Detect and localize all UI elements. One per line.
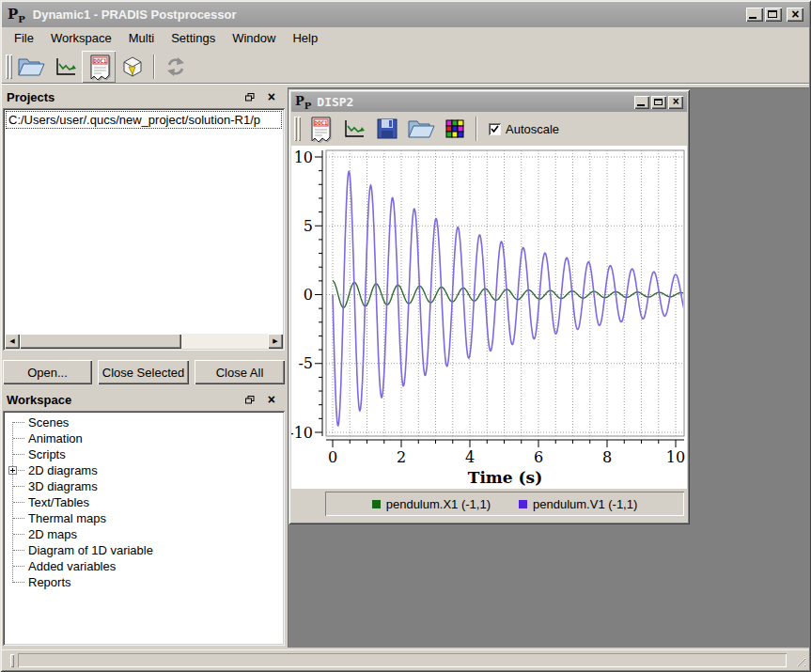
menu-item-file[interactable]: File [6,29,42,47]
minimize-icon [749,17,756,19]
menu-item-settings[interactable]: Settings [163,29,224,47]
close-icon: × [668,95,683,108]
minimize-button[interactable] [634,96,649,109]
close-button[interactable]: × [787,8,803,22]
plot-canvas[interactable] [326,150,684,436]
open-folder-icon [405,116,437,142]
tree-item-thermal-maps[interactable]: Thermal maps [5,510,283,526]
tree-item-2d-diagrams[interactable]: 2D diagrams [5,462,283,478]
close-button[interactable]: × [668,96,683,109]
y-tick-label: 5 [304,217,313,235]
scroll-left-button[interactable]: ◀ [5,334,20,349]
legend-swatch-icon [372,500,381,508]
toolbar-separator [153,55,155,79]
palette-button[interactable] [438,113,472,145]
tree-item-label: Scripts [28,447,66,461]
projects-panel-header: Projects × [3,87,285,106]
menu-item-help[interactable]: Help [284,29,326,47]
legend: pendulum.X1 (-1,1)pendulum.V1 (-1,1) [325,492,684,516]
projects-list[interactable]: C:/Users/user/.qucs/new_project/solution… [3,108,285,351]
project-path-item[interactable]: C:/Users/user/.qucs/new_project/solution… [6,111,282,129]
tree-item-label: 2D maps [28,527,77,541]
workspace-panel-header: Workspace × [3,390,285,409]
toolbar-separator [476,117,477,141]
scrollbar-thumb[interactable] [20,334,181,349]
tree-item-text-tables[interactable]: Text/Tables [5,494,283,510]
status-bar [2,649,809,670]
plot-area: -10-505100246810Time (s) [291,146,687,489]
close-selected-button[interactable]: Close Selected [98,360,189,384]
menu-item-window[interactable]: Window [224,29,284,47]
refresh-button[interactable] [159,51,193,83]
tree-item-label: Animation [28,431,83,445]
check-icon [490,124,500,134]
disp2-window: PP DISP2 × DOC1 [289,89,690,524]
autoscale-checkbox[interactable] [489,123,501,135]
new-document-button[interactable]: DOC1 [303,113,336,145]
tree-item-label: Reports [28,575,71,589]
new-diagram-button[interactable] [48,51,82,83]
disp2-toolbar: DOC1 [291,112,687,146]
window-title: Dynamic1 - PRADIS Postprocessor [33,8,746,22]
close-panel-icon[interactable]: × [268,91,275,102]
doc1-icon: DOC1 [305,114,334,144]
maximize-icon [768,10,777,18]
new-document-button[interactable]: DOC1 [82,51,116,83]
legend-label: pendulum.V1 (-1,1) [533,497,637,511]
x-tick-label: 10 [666,448,685,466]
3d-box-icon [120,55,145,79]
tree-item-2d-maps[interactable]: 2D maps [5,526,283,542]
tree-item-scripts[interactable]: Scripts [5,446,283,462]
workspace-panel-title: Workspace [7,393,245,407]
menu-item-workspace[interactable]: Workspace [42,29,120,47]
minimize-button[interactable] [746,8,763,22]
workspace-tree: ScenesAnimationScripts2D diagrams3D diag… [3,411,285,646]
3d-view-button[interactable] [116,51,149,83]
autoscale-label: Autoscale [506,122,559,136]
maximize-icon [654,99,663,105]
expand-plus-icon[interactable] [8,466,17,475]
float-panel-icon[interactable] [245,90,255,104]
float-panel-icon[interactable] [245,393,255,407]
svg-text:DOC1: DOC1 [314,119,328,126]
horizontal-scrollbar[interactable]: ◀ ▶ [5,334,283,349]
tree-item-reports[interactable]: Reports [5,574,283,590]
new-diagram-button[interactable] [336,113,370,145]
x-tick-label: 8 [602,448,612,466]
toolbar-handle[interactable] [6,55,12,79]
legend-item[interactable]: pendulum.X1 (-1,1) [372,497,491,511]
open-project-button[interactable] [14,51,48,83]
disp2-title-bar[interactable]: PP DISP2 × [291,92,687,112]
tree-item-label: 3D diagrams [28,479,98,493]
legend-item[interactable]: pendulum.V1 (-1,1) [519,497,637,511]
maximize-button[interactable] [651,96,666,109]
tree-item-label: Thermal maps [28,511,106,525]
y-tick-label: 10 [294,148,313,166]
refresh-icon [164,55,188,79]
tree-item-animation[interactable]: Animation [5,430,283,446]
y-tick-label: 0 [304,286,313,304]
projects-panel: Projects × C:/Users/user/.qucs/new_proje… [3,87,285,386]
toolbar-handle[interactable] [294,117,301,141]
tree-item-label: Scenes [28,415,69,430]
tree-item-added-variables[interactable]: Added variables [5,558,283,574]
tree-item-diagram-of-1d-variable[interactable]: Diagram of 1D variable [5,542,283,558]
scroll-right-button[interactable]: ▶ [268,334,283,349]
menu-item-multi[interactable]: Multi [120,29,163,47]
title-bar[interactable]: PP Dynamic1 - PRADIS Postprocessor × [2,2,809,27]
save-button[interactable] [370,113,404,145]
tree-item-scenes[interactable]: Scenes [5,414,283,430]
x-tick-label: 0 [328,448,337,466]
close-panel-icon[interactable]: × [268,394,275,405]
tree-item-label: Diagram of 1D variable [28,543,153,557]
legend-swatch-icon [519,500,527,508]
open-button[interactable]: Open... [3,360,92,384]
maximize-button[interactable] [765,8,782,22]
tree-item-label: Added variables [28,559,116,573]
close-all-button[interactable]: Close All [195,360,285,384]
tree-item-3d-diagrams[interactable]: 3D diagrams [5,478,283,494]
open-button[interactable] [404,113,438,145]
resize-grip[interactable] [793,654,805,666]
disp2-window-title: DISP2 [317,95,634,109]
tree-item-label: 2D diagrams [28,463,98,477]
